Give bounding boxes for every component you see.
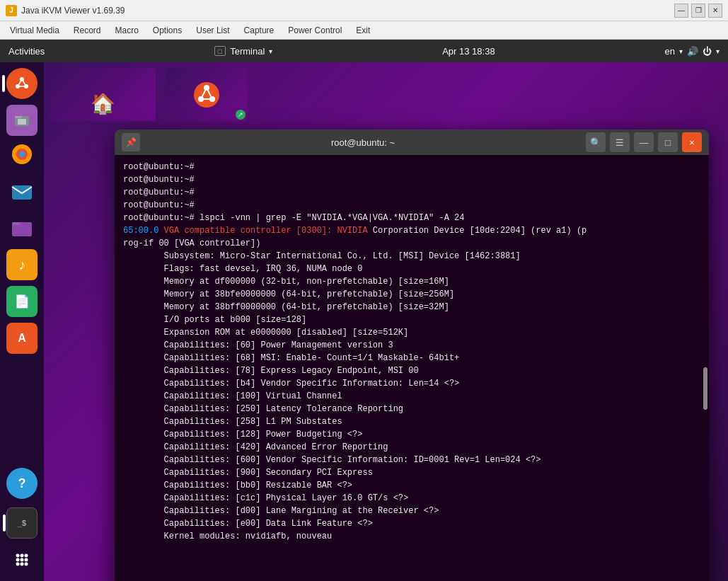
dock-icon-docs[interactable]: 📄 bbox=[6, 286, 37, 317]
menu-record[interactable]: Record bbox=[67, 21, 108, 40]
terminal-title-text: root@ubuntu: ~ bbox=[331, 137, 395, 148]
terminal-line: root@ubuntu:~# bbox=[123, 161, 700, 173]
system-tray: en ▾ 🔊 ⏻ ▾ bbox=[665, 46, 720, 57]
terminal-line: Kernel modules: nvidiafb, nouveau bbox=[123, 530, 700, 543]
dock-icon-apps-grid[interactable] bbox=[6, 544, 37, 575]
title-left: J Java iKVM Viewer v1.69.39 bbox=[6, 5, 125, 16]
datetime-label: Apr 13 18:38 bbox=[442, 46, 495, 57]
terminal-line-nvidia: 65:00.0 VGA compatible controller [0300]… bbox=[123, 224, 700, 237]
lang-arrow: ▾ bbox=[679, 47, 683, 55]
svg-rect-14 bbox=[12, 222, 21, 225]
terminal-line: Capabilities: [900] Secondary PCI Expres… bbox=[123, 466, 700, 479]
svg-point-11 bbox=[19, 151, 25, 157]
terminal-line: Flags: fast devsel, IRQ 36, NUMA node 0 bbox=[123, 263, 700, 275]
terminal-line: Capabilities: [100] Virtual Channel bbox=[123, 390, 700, 403]
terminal-line: rog-if 00 [VGA controller]) bbox=[123, 237, 700, 250]
dock-icon-firefox[interactable] bbox=[6, 139, 37, 170]
ubuntu-desktop: Activities ▢ Terminal ▾ Apr 13 18:38 en … bbox=[0, 40, 728, 581]
terminal-line: Capabilities: [60] Power Management vers… bbox=[123, 339, 700, 352]
menu-user-list[interactable]: User List bbox=[189, 21, 236, 40]
terminal-search-button[interactable]: 🔍 bbox=[586, 132, 606, 152]
terminal-line: Capabilities: [600] Vendor Specific Info… bbox=[123, 454, 700, 466]
window-controls: — ❐ ✕ bbox=[674, 4, 722, 18]
app-title: Java iKVM Viewer v1.69.39 bbox=[21, 6, 125, 16]
terminal-line: Capabilities: [c1c] Physical Layer 16.0 … bbox=[123, 492, 700, 505]
restore-button[interactable]: ❐ bbox=[691, 4, 705, 18]
terminal-tab-icon: ▢ bbox=[214, 46, 226, 56]
terminal-line: Subsystem: Micro-Star International Co.,… bbox=[123, 250, 700, 263]
svg-point-15 bbox=[16, 554, 20, 558]
svg-point-17 bbox=[25, 554, 28, 558]
svg-point-22 bbox=[21, 563, 24, 566]
svg-point-18 bbox=[16, 558, 20, 562]
terminal-line: Memory at 38bfe0000000 (64-bit, prefetch… bbox=[123, 288, 700, 301]
menu-virtual-media[interactable]: Virtual Media bbox=[3, 21, 67, 40]
menu-bar: Virtual Media Record Macro Options User … bbox=[0, 21, 728, 40]
terminal-line: root@ubuntu:~# bbox=[123, 186, 700, 199]
minimize-button[interactable]: — bbox=[674, 4, 688, 18]
terminal-minimize-button[interactable]: — bbox=[634, 132, 654, 152]
dock-icon-appstore[interactable]: A bbox=[6, 323, 37, 354]
java-icon: J bbox=[6, 5, 17, 16]
terminal-line: Capabilities: [b4] Vendor Specific Infor… bbox=[123, 377, 700, 390]
desktop-background: 🏠 ↗ 📌 root@ubuntu: ~ 🔍 ☰ — □ × bbox=[44, 62, 728, 581]
terminal-line: root@ubuntu:~# bbox=[123, 199, 700, 212]
terminal-body[interactable]: root@ubuntu:~# root@ubuntu:~# root@ubunt… bbox=[115, 155, 709, 581]
terminal-line: root@ubuntu:~# bbox=[123, 173, 700, 186]
sidebar-dock: ♪ 📄 A ? _$ bbox=[0, 62, 44, 581]
dock-icon-mail[interactable] bbox=[6, 176, 37, 207]
terminal-scrollbar-thumb[interactable] bbox=[703, 367, 707, 410]
terminal-line: Memory at df000000 (32-bit, non-prefetch… bbox=[123, 275, 700, 288]
terminal-window-controls: 🔍 ☰ — □ × bbox=[586, 132, 702, 152]
terminal-line: Capabilities: [128] Power Budgeting <?> bbox=[123, 428, 700, 441]
svg-point-16 bbox=[21, 554, 24, 558]
menu-power-control[interactable]: Power Control bbox=[281, 21, 349, 40]
terminal-line: Capabilities: [258] L1 PM Substates bbox=[123, 415, 700, 428]
terminal-line: Capabilities: [bb0] Resizable BAR <?> bbox=[123, 479, 700, 492]
menu-exit[interactable]: Exit bbox=[349, 21, 377, 40]
terminal-line: Capabilities: [250] Latency Tolerance Re… bbox=[123, 403, 700, 415]
terminal-tab-arrow: ▾ bbox=[269, 47, 272, 55]
terminal-line: Capabilities: [78] Express Legacy Endpoi… bbox=[123, 364, 700, 377]
terminal-tab[interactable]: ▢ Terminal ▾ bbox=[214, 46, 272, 57]
dock-icon-music[interactable]: ♪ bbox=[6, 249, 37, 280]
close-button[interactable]: ✕ bbox=[708, 4, 722, 18]
terminal-maximize-button[interactable]: □ bbox=[658, 132, 678, 152]
terminal-line: Expansion ROM at e0000000 [disabled] [si… bbox=[123, 326, 700, 339]
java-title-bar: J Java iKVM Viewer v1.69.39 — ❐ ✕ bbox=[0, 0, 728, 21]
svg-point-23 bbox=[25, 563, 28, 566]
terminal-line: Memory at 38bff0000000 (64-bit, prefetch… bbox=[123, 301, 700, 313]
svg-point-21 bbox=[16, 563, 20, 566]
power-icon[interactable]: ⏻ bbox=[703, 46, 712, 57]
terminal-line: Capabilities: [68] MSI: Enable- Count=1/… bbox=[123, 352, 700, 364]
desktop-thumbnail-1: 🏠 bbox=[50, 68, 156, 121]
terminal-line: I/O ports at b000 [size=128] bbox=[123, 313, 700, 326]
lang-indicator[interactable]: en bbox=[665, 46, 675, 57]
terminal-pin-icon: 📌 bbox=[122, 133, 140, 151]
menu-macro[interactable]: Macro bbox=[108, 21, 146, 40]
svg-rect-8 bbox=[15, 116, 22, 118]
terminal-title-bar: 📌 root@ubuntu: ~ 🔍 ☰ — □ × bbox=[115, 130, 709, 155]
svg-point-20 bbox=[25, 558, 28, 562]
svg-point-0 bbox=[13, 74, 31, 93]
terminal-line: Capabilities: [e00] Data Link Feature <?… bbox=[123, 517, 700, 530]
system-arrow: ▾ bbox=[716, 47, 720, 55]
desktop-thumbnail-2: ↗ bbox=[166, 68, 247, 121]
terminal-close-button[interactable]: × bbox=[682, 132, 702, 152]
menu-capture[interactable]: Capture bbox=[237, 21, 282, 40]
dock-icon-terminal[interactable]: _$ bbox=[6, 507, 37, 539]
terminal-tab-label: Terminal bbox=[230, 46, 265, 57]
dock-icon-folder[interactable] bbox=[6, 212, 37, 243]
dock-icon-files[interactable] bbox=[6, 105, 37, 136]
terminal-line: Capabilities: [420] Advanced Error Repor… bbox=[123, 441, 700, 454]
dock-icon-help[interactable]: ? bbox=[6, 468, 37, 499]
menu-options[interactable]: Options bbox=[146, 21, 189, 40]
terminal-line-command: root@ubuntu:~# lspci -vnn | grep -E "NVI… bbox=[123, 212, 700, 224]
volume-icon[interactable]: 🔊 bbox=[687, 46, 698, 57]
folder-icon: 🏠 bbox=[91, 92, 115, 115]
terminal-window: 📌 root@ubuntu: ~ 🔍 ☰ — □ × root@ubuntu:~… bbox=[115, 130, 709, 581]
activities-button[interactable]: Activities bbox=[8, 46, 45, 57]
dock-icon-ubuntu[interactable] bbox=[6, 68, 37, 99]
terminal-menu-button[interactable]: ☰ bbox=[610, 132, 630, 152]
terminal-line: Capabilities: [d00] Lane Margining at th… bbox=[123, 505, 700, 517]
